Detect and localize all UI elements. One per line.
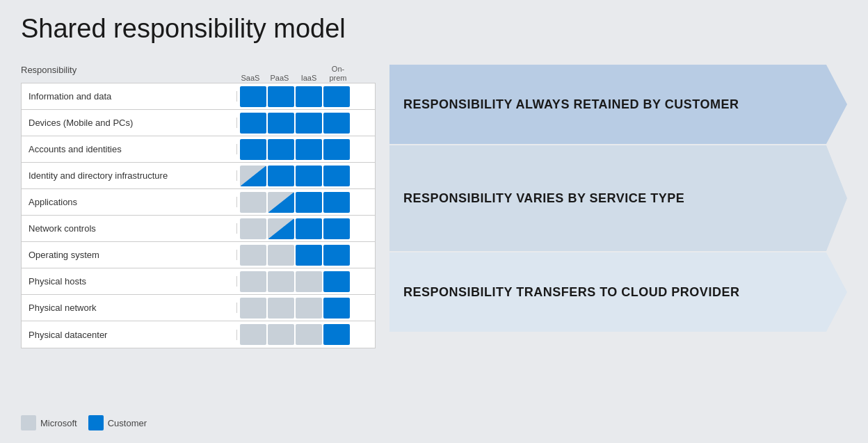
- cell-saas-split: [240, 166, 266, 186]
- page-title: Shared responsibility model: [21, 14, 847, 44]
- cell-paas: [268, 245, 294, 266]
- row-label-identity: Identity and directory infrastructure: [22, 170, 237, 181]
- cell-onprem: [323, 192, 350, 213]
- cell-saas: [240, 86, 266, 107]
- table-row: Applications: [22, 189, 375, 216]
- cell-iaas: [296, 192, 322, 213]
- row-label-devices: Devices (Mobile and PCs): [22, 118, 237, 128]
- column-headers: SaaS PaaS IaaS On-prem: [236, 65, 352, 83]
- table-row: Identity and directory infrastructure: [22, 163, 375, 189]
- cell-paas-split: [268, 218, 294, 239]
- row-label-physical-datacenter: Physical datacenter: [22, 330, 237, 340]
- col-onprem: On-prem: [324, 65, 352, 83]
- cell-saas: [240, 192, 266, 213]
- cell-iaas: [296, 86, 322, 107]
- cell-onprem: [323, 324, 350, 345]
- responsibility-table: Information and data Devices (Mobile and…: [21, 83, 376, 348]
- cell-paas: [268, 139, 294, 160]
- row-cells: [237, 84, 353, 109]
- legend-microsoft: Microsoft: [21, 415, 77, 430]
- row-cells: [237, 137, 353, 162]
- cell-saas: [240, 245, 266, 266]
- legend-customer-box: [88, 415, 104, 430]
- cell-iaas: [296, 298, 322, 319]
- table-row: Physical network: [22, 295, 375, 321]
- table-row: Physical datacenter: [22, 321, 375, 348]
- cell-iaas: [296, 324, 322, 345]
- row-label-physical-network: Physical network: [22, 303, 237, 313]
- cell-onprem: [323, 139, 350, 160]
- cell-onprem: [323, 271, 350, 292]
- cell-saas: [240, 324, 266, 345]
- cell-paas: [268, 271, 294, 292]
- row-label-accounts: Accounts and identities: [22, 144, 237, 154]
- cell-onprem: [323, 86, 350, 107]
- table-row: Operating system: [22, 242, 375, 268]
- cell-onprem: [323, 218, 350, 239]
- col-paas: PaaS: [266, 74, 294, 83]
- cell-iaas: [296, 218, 322, 239]
- cell-saas: [240, 218, 266, 239]
- row-cells: [237, 322, 353, 347]
- table-section: Responsibility SaaS PaaS IaaS On-prem In…: [21, 65, 376, 348]
- banner-transfers-to-provider: RESPONSIBILITY TRANSFERS TO CLOUD PROVID…: [389, 252, 847, 332]
- cell-onprem: [323, 113, 350, 134]
- cell-paas: [268, 324, 294, 345]
- cell-onprem: [323, 166, 350, 186]
- cell-iaas: [296, 271, 322, 292]
- table-row: Physical hosts: [22, 268, 375, 295]
- cell-saas: [240, 271, 266, 292]
- cell-paas: [268, 113, 294, 134]
- cell-onprem: [323, 245, 350, 266]
- row-cells: [237, 269, 353, 294]
- row-label-info-data: Information and data: [22, 91, 237, 102]
- table-row: Information and data: [22, 83, 375, 110]
- cell-iaas: [296, 139, 322, 160]
- banner-varies-by-service: RESPONSIBILITY VARIES BY SERVICE TYPE: [389, 145, 847, 251]
- banner-always-retained-text: RESPONSIBILITY ALWAYS RETAINED BY CUSTOM…: [403, 97, 739, 112]
- row-cells: [237, 190, 353, 215]
- header-responsibility-label: Responsibility: [21, 65, 236, 83]
- legend: Microsoft Customer: [21, 415, 147, 430]
- cell-iaas: [296, 245, 322, 266]
- row-cells: [237, 243, 353, 268]
- col-iaas: IaaS: [295, 74, 323, 83]
- row-label-network-controls: Network controls: [22, 223, 237, 234]
- legend-customer-label: Customer: [108, 418, 147, 428]
- cell-iaas: [296, 166, 322, 186]
- row-label-os: Operating system: [22, 250, 237, 260]
- banner-transfers-to-provider-text: RESPONSIBILITY TRANSFERS TO CLOUD PROVID…: [403, 285, 739, 300]
- cell-saas: [240, 298, 266, 319]
- table-row: Devices (Mobile and PCs): [22, 110, 375, 136]
- table-header: Responsibility SaaS PaaS IaaS On-prem: [21, 65, 376, 83]
- cell-saas: [240, 139, 266, 160]
- cell-paas-split: [268, 192, 294, 213]
- banner-varies-by-service-text: RESPONSIBILITY VARIES BY SERVICE TYPE: [403, 191, 684, 206]
- row-cells: [237, 216, 353, 241]
- page-container: Shared responsibility model Responsibili…: [0, 0, 868, 443]
- cell-onprem: [323, 298, 350, 319]
- legend-microsoft-box: [21, 415, 36, 430]
- main-content: Responsibility SaaS PaaS IaaS On-prem In…: [21, 65, 847, 348]
- legend-microsoft-label: Microsoft: [40, 418, 77, 428]
- row-cells: [237, 163, 353, 188]
- row-cells: [237, 296, 353, 321]
- table-row: Accounts and identities: [22, 136, 375, 163]
- cell-paas: [268, 166, 294, 186]
- row-label-applications: Applications: [22, 197, 237, 207]
- cell-paas: [268, 298, 294, 319]
- col-saas: SaaS: [236, 74, 264, 83]
- cell-saas: [240, 113, 266, 134]
- legend-customer: Customer: [88, 415, 147, 430]
- cell-paas: [268, 86, 294, 107]
- banner-always-retained: RESPONSIBILITY ALWAYS RETAINED BY CUSTOM…: [389, 65, 847, 144]
- banners-section: RESPONSIBILITY ALWAYS RETAINED BY CUSTOM…: [376, 65, 847, 348]
- row-label-physical-hosts: Physical hosts: [22, 276, 237, 287]
- table-row: Network controls: [22, 216, 375, 242]
- row-cells: [237, 111, 353, 136]
- cell-iaas: [296, 113, 322, 134]
